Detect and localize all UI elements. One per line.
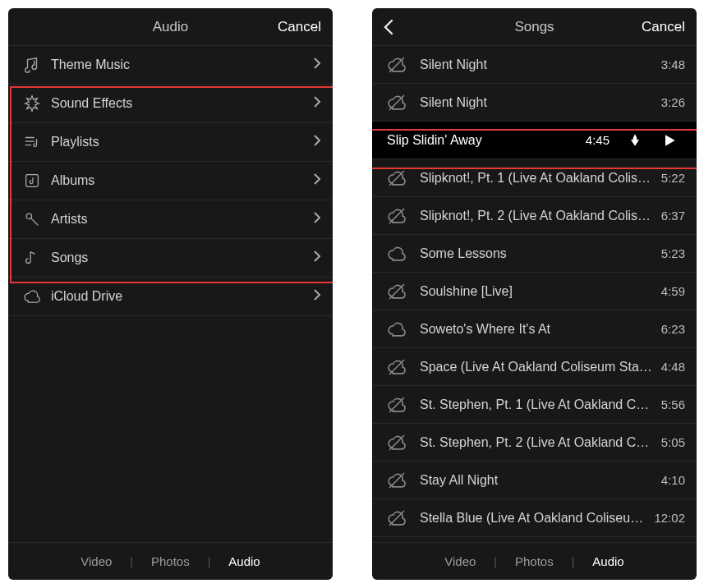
- song-title: Slip Slidin' Away: [387, 133, 579, 148]
- cloud-off-icon: [387, 93, 420, 113]
- tab-video[interactable]: Video: [426, 554, 494, 568]
- header: Songs Cancel: [372, 8, 697, 46]
- cloud-off-icon: [387, 55, 420, 75]
- song-title: St. Stephen, Pt. 1 (Live At Oakland Coli…: [420, 397, 655, 412]
- list-item-albums[interactable]: Albums: [8, 162, 333, 200]
- song-duration: 4:10: [661, 473, 685, 487]
- burst-icon: [23, 94, 51, 113]
- song-row[interactable]: Slipknot!, Pt. 2 (Live At Oakland Colise…: [372, 197, 697, 235]
- cloud-icon: [387, 244, 420, 264]
- song-row[interactable]: Stay All Night4:10: [372, 462, 697, 499]
- note-icon: [23, 249, 51, 267]
- cloud-off-icon: [387, 433, 420, 452]
- cloud-off-icon: [387, 395, 420, 415]
- song-title: Silent Night: [420, 57, 655, 72]
- chevron-right-icon: [313, 172, 321, 189]
- song-duration: 5:05: [661, 435, 685, 449]
- audio-panel: Audio Cancel Theme Music Sound Effects P…: [8, 8, 333, 580]
- cloud-off-icon: [387, 168, 420, 188]
- cloud-off-icon: [387, 206, 420, 226]
- cancel-button[interactable]: Cancel: [278, 19, 321, 35]
- list-item-playlists[interactable]: Playlists: [8, 123, 333, 162]
- song-duration: 6:23: [661, 322, 685, 336]
- tabbar: Video | Photos | Audio: [8, 542, 333, 580]
- svg-point-1: [26, 214, 31, 218]
- chevron-right-icon: [313, 211, 321, 227]
- song-title: St. Stephen, Pt. 2 (Live At Oakland Coli…: [420, 435, 655, 450]
- song-row[interactable]: Stella Blue (Live At Oakland Coliseum St…: [372, 499, 697, 537]
- song-duration: 6:37: [661, 209, 685, 223]
- song-row[interactable]: Silent Night3:48: [372, 46, 697, 84]
- svg-rect-0: [26, 175, 39, 187]
- chevron-left-icon: [384, 19, 393, 35]
- song-title: Silent Night: [420, 95, 655, 110]
- song-duration: 5:56: [661, 397, 685, 411]
- cloud-off-icon: [387, 357, 420, 377]
- tab-audio[interactable]: Audio: [574, 554, 642, 568]
- song-duration: 3:48: [661, 57, 685, 71]
- songs-panel: Songs Cancel Silent Night3:48Silent Nigh…: [372, 8, 697, 580]
- song-title: Soweto's Where It's At: [420, 322, 655, 337]
- song-row[interactable]: Slip Slidin' Away4:45: [372, 122, 697, 159]
- cloud-off-icon: [387, 508, 420, 528]
- song-row[interactable]: Slipknot!, Pt. 1 (Live At Oakland Colise…: [372, 159, 697, 197]
- tab-photos[interactable]: Photos: [133, 554, 208, 568]
- song-duration: 4:48: [661, 360, 685, 374]
- list-item-label: Theme Music: [51, 57, 313, 72]
- song-row[interactable]: Soulshine [Live]4:59: [372, 273, 697, 310]
- song-duration: 3:26: [661, 95, 685, 109]
- song-row[interactable]: Space (Live At Oakland Coliseum Stadium)…: [372, 348, 697, 386]
- list-item-label: Playlists: [51, 135, 313, 149]
- mic-icon: [23, 210, 51, 228]
- tabbar: Video | Photos | Audio: [372, 542, 697, 580]
- chevron-right-icon: [313, 288, 321, 305]
- list-item-theme-music[interactable]: Theme Music: [8, 46, 333, 85]
- song-title: Stay All Night: [420, 473, 655, 488]
- song-row[interactable]: Silent Night3:26: [372, 84, 697, 122]
- song-row[interactable]: St. Stephen, Pt. 1 (Live At Oakland Coli…: [372, 386, 697, 424]
- cloud-off-icon: [387, 471, 420, 490]
- song-duration: 12:02: [654, 511, 685, 525]
- song-title: Slipknot!, Pt. 1 (Live At Oakland Colise…: [420, 171, 655, 186]
- song-title: Stella Blue (Live At Oakland Coliseum St…: [420, 511, 647, 526]
- back-button[interactable]: [384, 19, 393, 35]
- list-item-artists[interactable]: Artists: [8, 200, 333, 239]
- header: Audio Cancel: [8, 8, 333, 46]
- list-item-label: Artists: [51, 212, 313, 227]
- list-item-icloud[interactable]: iCloud Drive: [8, 278, 333, 316]
- category-list: Theme Music Sound Effects Playlists Albu…: [8, 46, 333, 542]
- list-item-songs[interactable]: Songs: [8, 239, 333, 278]
- chevron-right-icon: [313, 95, 321, 112]
- song-duration: 5:23: [661, 246, 685, 260]
- playlist-icon: [23, 133, 51, 151]
- music-note-icon: [23, 56, 51, 74]
- tab-photos[interactable]: Photos: [497, 554, 572, 568]
- song-row[interactable]: Soweto's Where It's At6:23: [372, 310, 697, 348]
- chevron-right-icon: [313, 250, 321, 266]
- song-title: Slipknot!, Pt. 2 (Live At Oakland Colise…: [420, 209, 655, 223]
- tab-video[interactable]: Video: [62, 554, 130, 568]
- song-title: Soulshine [Live]: [420, 284, 655, 299]
- tab-audio[interactable]: Audio: [210, 554, 278, 568]
- song-title: Some Lessons: [420, 246, 655, 261]
- list-item-label: Songs: [51, 250, 313, 265]
- play-button[interactable]: [654, 127, 685, 154]
- chevron-right-icon: [313, 134, 321, 150]
- cloud-icon: [387, 319, 420, 339]
- song-row[interactable]: Some Lessons5:23: [372, 235, 697, 273]
- songs-list: Silent Night3:48Silent Night3:26Slip Sli…: [372, 46, 697, 542]
- album-icon: [23, 172, 51, 190]
- cloud-off-icon: [387, 282, 420, 301]
- list-item-label: Albums: [51, 173, 313, 188]
- list-item-sound-effects[interactable]: Sound Effects: [8, 85, 333, 123]
- song-title: Space (Live At Oakland Coliseum Stadium): [420, 360, 655, 374]
- song-row[interactable]: St. Stephen, Pt. 2 (Live At Oakland Coli…: [372, 424, 697, 462]
- list-item-label: Sound Effects: [51, 96, 313, 111]
- song-duration: 4:59: [661, 284, 685, 298]
- list-item-label: iCloud Drive: [51, 289, 313, 304]
- song-duration: 5:22: [661, 171, 685, 185]
- download-button[interactable]: [619, 127, 651, 154]
- song-duration: 4:45: [586, 133, 610, 147]
- cancel-button[interactable]: Cancel: [642, 19, 685, 35]
- cloud-icon: [23, 287, 51, 305]
